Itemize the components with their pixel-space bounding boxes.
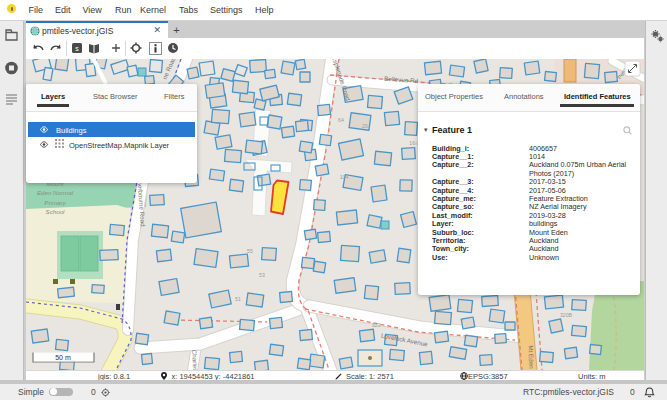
svg-text:Mt Eden Rd: Mt Eden Rd <box>527 345 535 370</box>
svg-text:Eden Normal: Eden Normal <box>37 189 74 196</box>
svg-text:51: 51 <box>235 296 241 302</box>
svg-text:104: 104 <box>340 174 349 180</box>
svg-text:20: 20 <box>362 123 368 129</box>
svg-text:50 m: 50 m <box>55 354 71 361</box>
svg-text:School: School <box>46 208 66 215</box>
svg-text:55: 55 <box>247 248 253 254</box>
svg-text:323: 323 <box>372 322 381 328</box>
svg-text:Primary: Primary <box>44 199 66 206</box>
svg-text:s: s <box>75 45 79 52</box>
svg-text:53: 53 <box>259 272 265 278</box>
svg-text:64: 64 <box>338 117 344 123</box>
svg-text:Charles Road: Charles Road <box>191 349 200 370</box>
svg-text:320B: 320B <box>560 312 573 318</box>
